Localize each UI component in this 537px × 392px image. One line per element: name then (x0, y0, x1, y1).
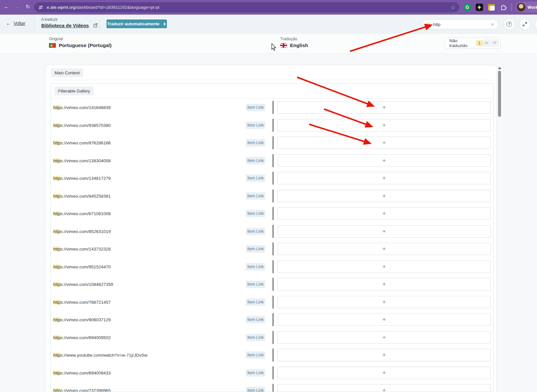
back-link[interactable]: ←Voltar (6, 20, 25, 26)
chevron-down-icon (493, 40, 496, 43)
gallery-row: https://vimeo.com/845258381 Item Link + (51, 187, 493, 205)
header-separator (99, 19, 100, 29)
search-highlight: http (53, 193, 61, 198)
translation-field[interactable]: + (278, 119, 491, 131)
site-settings-icon[interactable] (38, 5, 43, 10)
portugal-flag-icon (49, 43, 56, 48)
search-highlight: http (53, 282, 61, 287)
uk-flag-icon (280, 43, 287, 48)
add-translation-icon: + (382, 193, 386, 199)
gallery-row: https://vimeo.com/143732328 Item Link + (51, 240, 493, 258)
item-link-badge: Item Link (246, 175, 265, 182)
source-url-text: https://vimeo.com/951524470 (53, 264, 111, 269)
gallery-row: https://vimeo.com/951524470 Item Link + (51, 258, 493, 276)
document-title-link[interactable]: Biblioteca de Vídeos (41, 23, 89, 28)
row-divider-bar (272, 278, 274, 291)
translation-field[interactable]: + (278, 384, 491, 392)
translation-field[interactable]: + (278, 154, 491, 167)
source-url-text: https://vimeo.com/134817279 (53, 176, 111, 181)
search-highlight: http (53, 105, 61, 110)
translation-field[interactable]: + (278, 278, 491, 290)
translation-field[interactable]: + (278, 101, 491, 114)
item-link-badge: Item Link (246, 227, 265, 235)
status-count-badge: 1 (476, 40, 483, 46)
add-translation-icon: + (382, 158, 386, 164)
search-box[interactable]: × (422, 19, 498, 29)
gallery-row: https://vimeo.com/694009433 Item Link + (51, 364, 493, 382)
translation-field[interactable]: + (278, 137, 491, 149)
address-bar[interactable]: e.ate.wpml.org/dashboard?id=183911192&la… (34, 2, 459, 12)
previous-item-button[interactable] (483, 39, 491, 47)
extensions-puzzle-icon[interactable] (500, 4, 507, 11)
translation-card: Main Content Filterable Gallery https://… (45, 65, 497, 392)
translation-field[interactable]: + (278, 331, 491, 344)
search-highlight: http (53, 141, 61, 145)
row-divider-bar (272, 349, 274, 361)
question-mark-icon: ? (506, 21, 512, 27)
gallery-row: https://vimeo.com/876286166 Item Link + (51, 134, 493, 152)
search-highlight: http (53, 317, 61, 322)
add-translation-icon: + (382, 264, 386, 270)
next-item-button[interactable] (491, 39, 499, 47)
item-link-badge: Item Link (246, 104, 265, 111)
translation-field[interactable]: + (278, 261, 491, 273)
item-link-badge: Item Link (246, 316, 265, 324)
source-url-text: https://vimeo.com/671081008 (53, 211, 111, 216)
translate-automatically-button[interactable]: Traduzir automaticamente (106, 19, 167, 28)
more-actions-button[interactable] (535, 18, 537, 30)
url-text: e.ate.wpml.org/dashboard?id=183911192&la… (47, 5, 448, 10)
source-url-text: https://vimeo.com/876286166 (53, 141, 111, 145)
browser-forward-icon[interactable]: → (13, 4, 21, 10)
source-url-text: https://vimeo.com/845258381 (53, 193, 111, 198)
lightning-extension-icon[interactable] (476, 4, 483, 11)
capture-extension-icon[interactable] (488, 4, 495, 11)
gallery-row: https://vimeo.com/906037129 Item Link + (51, 311, 493, 329)
expand-icon (522, 22, 527, 27)
item-link-badge: Item Link (246, 263, 265, 270)
toolbar-separator (511, 4, 512, 11)
item-link-badge: Item Link (246, 157, 265, 164)
translation-field[interactable]: + (278, 225, 491, 238)
browser-reload-icon[interactable]: ↻ (24, 4, 32, 10)
translation-field[interactable]: + (278, 349, 491, 361)
bookmark-star-icon[interactable]: ☆ (451, 4, 456, 11)
header-separator (34, 19, 34, 29)
gallery-row: https://vimeo.com/852631019 Item Link + (51, 223, 493, 240)
scroll-up-arrow-icon[interactable] (498, 67, 501, 69)
search-highlight: http (53, 211, 61, 216)
translation-field[interactable]: + (278, 313, 491, 326)
clear-search-icon[interactable]: × (491, 22, 494, 27)
item-link-badge: Item Link (246, 139, 265, 147)
grammarly-extension-icon[interactable]: G (464, 4, 471, 11)
external-link-icon[interactable] (93, 23, 97, 28)
row-divider-bar (272, 119, 274, 132)
content-scrollbar[interactable] (497, 65, 502, 392)
document-kicker: A traduzir (41, 17, 97, 22)
translation-field[interactable]: + (278, 243, 491, 255)
fullscreen-button[interactable] (519, 18, 531, 30)
gallery-rows: https://vimeo.com/141648839 Item Link + … (51, 99, 493, 392)
add-translation-icon: + (382, 211, 386, 216)
source-url-text: https://vimeo.com/138304008 (53, 158, 111, 163)
translation-field[interactable]: + (278, 367, 491, 379)
translation-field[interactable]: + (278, 172, 491, 184)
search-input[interactable] (433, 22, 491, 27)
source-url-text: https://vimeo.com/694009433 (53, 370, 111, 375)
gallery-row: https://vimeo.com/134817279 Item Link + (51, 169, 493, 187)
translation-field[interactable]: + (278, 207, 491, 220)
add-translation-icon: + (382, 299, 386, 305)
source-url-text: https://vimeo.com/1084627359 (53, 282, 113, 287)
browser-back-icon[interactable]: ← (3, 4, 10, 10)
source-url-text: https://www.youtube.com/watch?v=w-71jrJD… (53, 353, 147, 358)
source-url-text: https://vimeo.com/143732328 (53, 247, 111, 251)
translation-field[interactable]: + (278, 296, 491, 308)
browser-profile-chip[interactable]: Work (516, 2, 537, 13)
row-divider-bar (272, 313, 274, 326)
translation-field[interactable]: + (278, 190, 491, 202)
status-filter-label: Não traduzido (449, 38, 473, 48)
scrollbar-thumb[interactable] (498, 71, 501, 117)
help-button[interactable]: ? (504, 18, 515, 30)
row-divider-bar (272, 207, 274, 220)
item-link-badge: Item Link (246, 334, 265, 341)
status-filter[interactable]: Não traduzido 1 (445, 38, 501, 49)
